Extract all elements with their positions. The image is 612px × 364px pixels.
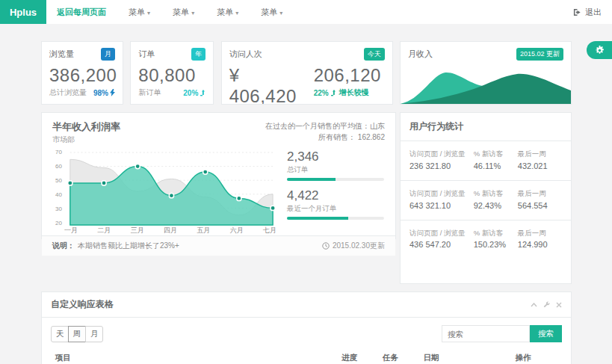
badge-today: 今天 bbox=[364, 48, 385, 61]
brand-logo[interactable]: Hplus bbox=[0, 0, 46, 24]
pageviews-sub-label: 总计浏览量 bbox=[49, 87, 87, 98]
card-orders: 订单 年 80,800 新订单 20% bbox=[130, 41, 214, 105]
visits-note-2: 增长较慢 bbox=[339, 87, 369, 98]
nav-menu-2[interactable]: 菜单 ▾ bbox=[173, 7, 194, 18]
tab-day[interactable]: 天 bbox=[51, 326, 69, 342]
badge-updated: 2015.02 更新 bbox=[516, 48, 563, 61]
user-stats-row: 访问页面 / 浏览量236 321.80 % 新访客46.11% 最后一周432… bbox=[401, 141, 571, 181]
search-button[interactable]: 搜索 bbox=[530, 325, 562, 342]
card-pageviews: 浏览量 月 386,200 总计浏览量 98% bbox=[41, 41, 123, 105]
income-info-line1: 在过去的一个月销售的平均值：山东 bbox=[265, 120, 385, 132]
settings-gear-button[interactable] bbox=[587, 41, 612, 59]
caret-down-icon: ▾ bbox=[147, 10, 150, 16]
collapse-icon[interactable] bbox=[531, 303, 537, 307]
monthly-income-area-chart bbox=[401, 61, 571, 104]
search-input[interactable] bbox=[442, 325, 530, 342]
orders-total-label: 总订单 bbox=[287, 165, 384, 175]
logout-label: 退出 bbox=[585, 7, 602, 18]
orders-value: 80,800 bbox=[131, 61, 213, 86]
nav-home-link[interactable]: 返回每周页面 bbox=[57, 7, 106, 18]
clock-icon bbox=[322, 242, 330, 250]
logout-button[interactable]: 退出 bbox=[573, 7, 602, 18]
income-panel-subtitle: 市场部 bbox=[52, 135, 120, 145]
pageviews-value: 386,200 bbox=[42, 61, 123, 86]
nav-menu-3[interactable]: 菜单 ▾ bbox=[217, 7, 238, 18]
col-project[interactable]: 项目 bbox=[51, 349, 337, 364]
dashboard-page: Hplus 返回每周页面 菜单 ▾ 菜单 ▾ 菜单 ▾ 菜单 ▾ 退出 浏览量 … bbox=[0, 0, 612, 364]
badge-month: 月 bbox=[101, 48, 115, 61]
gear-icon bbox=[595, 46, 605, 55]
col-progress[interactable]: 进度 bbox=[337, 349, 378, 364]
col-task[interactable]: 任务 bbox=[378, 349, 419, 364]
card-title: 浏览量 bbox=[49, 49, 74, 60]
stat-cards-row: 浏览量 月 386,200 总计浏览量 98% 订单 年 80,800 新订单 … bbox=[41, 41, 572, 105]
caret-down-icon: ▾ bbox=[191, 10, 194, 16]
tab-month[interactable]: 月 bbox=[85, 326, 103, 342]
orders-month-label: 最近一个月订单 bbox=[287, 204, 384, 214]
col-action[interactable]: 操作 bbox=[511, 349, 562, 364]
nav-menu-1[interactable]: 菜单 ▾ bbox=[129, 7, 150, 18]
card-monthly-income: 月收入 2015.02 更新 bbox=[400, 41, 572, 105]
footer-note-label: 说明： bbox=[52, 241, 75, 250]
card-visits: 访问人次 今天 ¥ 406,420 44%增长较快 206,120 22%增长较… bbox=[221, 41, 393, 105]
user-stats-title: 用户行为统计 bbox=[401, 113, 571, 141]
top-navbar: Hplus 返回每周页面 菜单 ▾ 菜单 ▾ 菜单 ▾ 菜单 ▾ 退出 bbox=[0, 0, 612, 24]
card-title: 月收入 bbox=[408, 49, 433, 60]
card-title: 订单 bbox=[138, 49, 155, 60]
orders-month-value: 4,422 bbox=[287, 188, 384, 203]
income-panel: 半年收入利润率 市场部 在过去的一个月销售的平均值：山东 所有销售： 162.8… bbox=[41, 112, 396, 239]
income-info-line2-value: 162.862 bbox=[358, 133, 385, 141]
visits-value-1: ¥ 406,420 bbox=[229, 61, 300, 105]
sign-out-icon bbox=[573, 8, 581, 16]
user-stats-row: 访问页面 / 浏览量643 321.10 % 新访客92.43% 最后一周564… bbox=[401, 181, 571, 220]
caret-down-icon: ▾ bbox=[235, 10, 238, 16]
user-stats-panel: 用户行为统计 访问页面 / 浏览量236 321.80 % 新访客46.11% … bbox=[400, 112, 572, 284]
level-up-icon bbox=[200, 90, 205, 96]
wrench-icon[interactable] bbox=[543, 301, 550, 308]
bolt-icon bbox=[110, 89, 115, 96]
responsive-table-panel: 自定义响应表格 天 周 月 搜索 bbox=[41, 291, 572, 364]
projects-table: 项目 进度 任务 日期 操作 米莫说 | MiMO Show 20% 2014 bbox=[51, 349, 562, 364]
orders-total-progressbar bbox=[287, 178, 384, 181]
tab-week[interactable]: 周 bbox=[68, 326, 86, 342]
income-info-line2-label: 所有销售： bbox=[318, 133, 356, 141]
level-up-icon bbox=[330, 90, 336, 96]
user-stats-row: 访问页面 / 浏览量436 547.20 % 新访客150.23% 最后一周12… bbox=[401, 220, 571, 259]
orders-sub-label: 新订单 bbox=[138, 87, 161, 98]
orders-month-progressbar bbox=[287, 217, 384, 220]
orders-total-value: 2,346 bbox=[287, 149, 384, 164]
col-date[interactable]: 日期 bbox=[418, 349, 510, 364]
caret-down-icon: ▾ bbox=[279, 10, 282, 16]
footer-note: 本期销售额比上期增长了23%+ bbox=[78, 241, 179, 250]
badge-year: 年 bbox=[191, 48, 205, 61]
income-line-chart: 70 60 50 40 30 20 bbox=[52, 148, 276, 235]
close-icon[interactable] bbox=[556, 302, 562, 308]
visits-value-2: 206,120 bbox=[314, 61, 385, 86]
card-title: 访问人次 bbox=[229, 49, 262, 60]
table-panel-title: 自定义响应表格 bbox=[51, 298, 114, 311]
range-button-group: 天 周 月 bbox=[51, 326, 103, 342]
footer-updated: 2015.02.30更新 bbox=[333, 241, 385, 251]
nav-menu-4[interactable]: 菜单 ▾ bbox=[261, 7, 282, 18]
income-panel-title: 半年收入利润率 bbox=[52, 120, 120, 134]
